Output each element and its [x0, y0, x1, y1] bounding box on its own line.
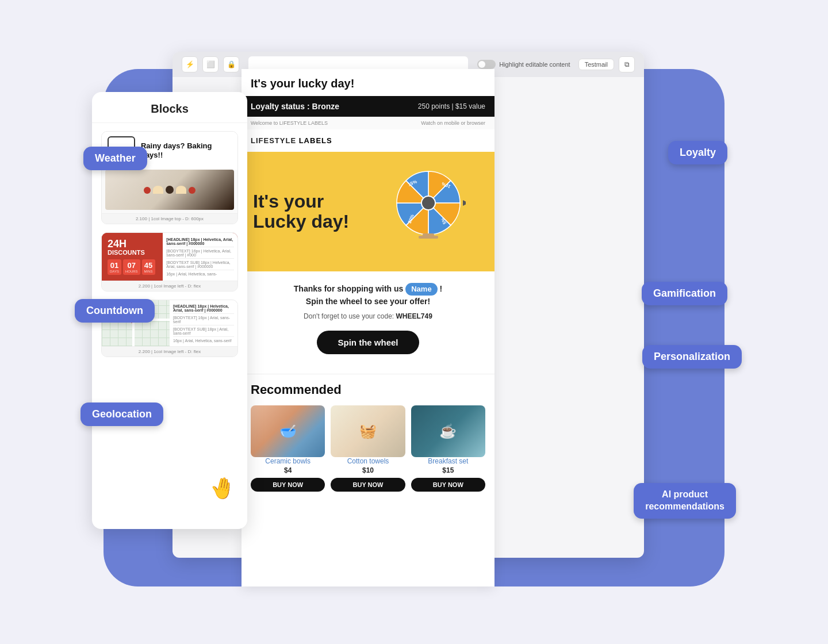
baking-dot-4	[176, 186, 186, 194]
countdown-block-inner: 24H DISCOUNTS 01 DAYS 07 HOURS 45	[102, 233, 237, 281]
feature-label-loyalty: Loyalty	[668, 141, 727, 164]
baking-dot-3	[166, 186, 174, 194]
thanks-line1: Thanks for shopping with us	[294, 284, 404, 293]
brand-header: LIFESTYLE LABELS	[241, 129, 494, 152]
content-section: Thanks for shopping with us Name ! Spin …	[241, 271, 494, 366]
recommended-section: Recommended 🥣 Ceramic bowls $4 BUY NOW 🧺…	[241, 382, 494, 503]
countdown-text-4: 16px | Arial, Helvetica, sans-	[166, 272, 234, 276]
product-card-ceramic: 🥣 Ceramic bowls $4 BUY NOW	[251, 405, 325, 492]
welcome-text: Welcome to LIFESTYLE LABELS	[251, 120, 328, 126]
countdown-hours-unit: 07 HOURS	[123, 259, 140, 275]
hero-headline: It's your Lucky day!	[253, 191, 391, 232]
testmail-button[interactable]: Testmail	[578, 59, 614, 70]
loyalty-status: Loyalty status : Bronze	[251, 102, 339, 111]
product-image-breakfast: ☕	[411, 405, 485, 457]
countdown-days-label: DAYS	[110, 270, 119, 273]
email-meta: Welcome to LIFESTYLE LABELS Watch on mob…	[241, 117, 494, 129]
product-price-breakfast: $15	[411, 466, 485, 474]
countdown-block[interactable]: 24H DISCOUNTS 01 DAYS 07 HOURS 45	[101, 232, 238, 292]
buy-now-btn-cotton[interactable]: BUY NOW	[331, 478, 405, 492]
loyalty-bar: Loyalty status : Bronze 250 points | $15…	[241, 96, 494, 117]
code-prefix: Don't forget to use your code:	[304, 312, 394, 320]
geo-block-footer: 2.200 | 1col Image left - D: flex	[102, 346, 237, 356]
thanks-text: Thanks for shopping with us Name ! Spin …	[253, 283, 483, 308]
weather-block[interactable]: ☁ 11 Mon Rainy days? Baking days!! 2.100…	[101, 131, 238, 224]
email-panel: It's your lucky day! Loyalty status : Br…	[241, 69, 494, 586]
browser-btn-copy[interactable]: ⧉	[619, 56, 635, 72]
countdown-block-footer: 2.200 | 1col Image left - D: flex	[102, 281, 237, 291]
feature-label-ai: AI productrecommendations	[634, 483, 736, 519]
product-card-breakfast: ☕ Breakfast set $15 BUY NOW	[411, 405, 485, 492]
countdown-mins-unit: 45 MINS	[142, 259, 155, 275]
countdown-days-num: 01	[110, 261, 119, 270]
recommended-title: Recommended	[251, 382, 485, 397]
toggle-knob	[478, 61, 485, 68]
countdown-left: 24H DISCOUNTS 01 DAYS 07 HOURS 45	[102, 233, 163, 281]
hero-line2: Lucky day!	[253, 211, 349, 232]
geo-right: [HEADLINE] 18px | Helvetica, Arial, sans…	[170, 300, 237, 346]
highlight-toggle[interactable]: Highlight editable content	[477, 60, 570, 69]
hero-section: It's your Lucky day! 25% 10% 15	[241, 152, 494, 271]
countdown-hours-label: HOURS	[125, 270, 138, 273]
browser-btn-screen[interactable]: ⬜	[202, 56, 218, 72]
product-price-ceramic: $4	[251, 466, 325, 474]
blocks-title: Blocks	[92, 92, 247, 123]
weather-photo	[105, 170, 234, 210]
svg-marker-11	[463, 200, 466, 206]
browser-btn-lock[interactable]: 🔒	[223, 56, 239, 72]
section-divider	[241, 374, 494, 374]
buy-now-btn-ceramic[interactable]: BUY NOW	[251, 478, 325, 492]
countdown-mins-label: MINS	[144, 270, 153, 273]
toggle-switch[interactable]	[477, 60, 496, 69]
svg-point-8	[421, 196, 435, 210]
spin-wheel-svg: 25% 10% 15% 20% 10% 5%	[391, 166, 466, 240]
baking-dot-5	[189, 187, 195, 194]
email-lucky-title: It's your lucky day!	[241, 69, 494, 96]
baking-dot-1	[144, 187, 151, 194]
product-name-ceramic: Ceramic bowls	[251, 457, 325, 465]
geo-text-3: [BODYTEXT SUB] 18px | Arial, sans-serif	[173, 327, 234, 337]
code-value: WHEEL749	[396, 312, 432, 320]
countdown-numbers: 01 DAYS 07 HOURS 45 MINS	[108, 259, 157, 275]
geo-text-4: 16px | Arial, Helvetica, sans-serif	[173, 339, 234, 343]
geo-block-footer-text: 2.200 | 1col Image left - D: flex	[139, 349, 201, 354]
geo-text-1: [HEADLINE] 18px | Helvetica, Arial, sans…	[173, 304, 234, 314]
product-image-ceramic: 🥣	[251, 405, 325, 457]
baking-visual	[144, 186, 195, 194]
feature-label-gamification: Gamification	[642, 282, 727, 305]
feature-label-geolocation: Geolocation	[80, 402, 163, 426]
product-image-cotton: 🧺	[331, 405, 405, 457]
countdown-text-2: [BODYTEXT] 16px | Helvetica, Arial, sans…	[166, 249, 234, 259]
brand-name-part1: LIFESTYLE	[251, 136, 299, 145]
countdown-text-3: [BODYTEXT SUB] 18px | Helvetica, Arial, …	[166, 260, 234, 270]
product-card-cotton: 🧺 Cotton towels $10 BUY NOW	[331, 405, 405, 492]
highlight-label: Highlight editable content	[499, 61, 570, 68]
countdown-block-footer-text: 2.200 | 1col Image left - D: flex	[139, 283, 201, 289]
watch-text: Watch on mobile or browser	[421, 120, 485, 126]
thanks-line2: Spin the wheel to see your offer!	[306, 297, 430, 306]
svg-rect-10	[419, 236, 438, 239]
buy-now-btn-breakfast[interactable]: BUY NOW	[411, 478, 485, 492]
geo-text-2: [BODYTEXT] 16px | Arial, sans-serif	[173, 316, 234, 325]
feature-label-personalization: Personalization	[642, 345, 742, 369]
product-grid: 🥣 Ceramic bowls $4 BUY NOW 🧺 Cotton towe…	[251, 405, 485, 492]
code-text: Don't forget to use your code: WHEEL749	[253, 312, 483, 320]
name-badge: Name	[405, 283, 437, 296]
countdown-mins-num: 45	[144, 261, 153, 270]
spin-wheel-button[interactable]: Spin the wheel	[317, 331, 419, 354]
countdown-right: [HEADLINE] 18px | Helvetica, Arial, sans…	[163, 233, 237, 281]
product-name-cotton: Cotton towels	[331, 457, 405, 465]
product-price-cotton: $10	[331, 466, 405, 474]
countdown-text-1: [HEADLINE] 18px | Helvetica, Arial, sans…	[166, 237, 234, 247]
main-container: ⚡ ⬜ 🔒 Highlight editable content Testmai…	[69, 34, 759, 610]
countdown-discounts: DISCOUNTS	[108, 249, 157, 256]
feature-label-countdown: Countdown	[75, 299, 155, 323]
product-name-breakfast: Breakfast set	[411, 457, 485, 465]
spin-wheel-graphic: 25% 10% 15% 20% 10% 5%	[391, 166, 483, 258]
baking-dot-2	[153, 186, 163, 194]
countdown-24h: 24H	[108, 239, 157, 249]
weather-block-footer-text: 2.100 | 1col Image top - D: 600px	[136, 216, 204, 221]
countdown-days-unit: 01 DAYS	[108, 259, 121, 275]
browser-btn-bolt[interactable]: ⚡	[182, 56, 198, 72]
weather-text: Rainy days? Baking days!!	[141, 141, 232, 159]
